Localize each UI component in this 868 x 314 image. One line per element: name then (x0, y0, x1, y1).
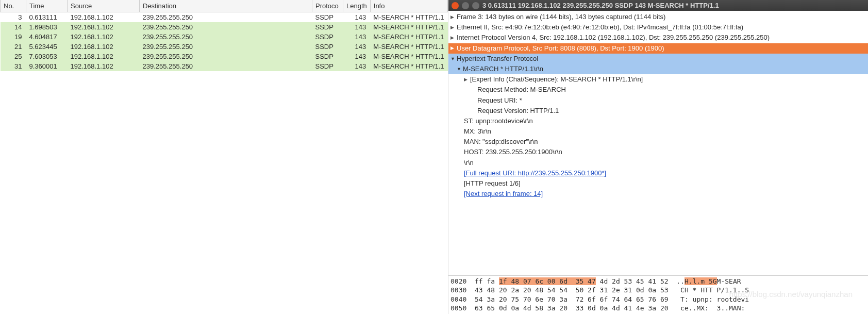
table-cell: 19 (1, 32, 26, 42)
table-cell: 192.168.1.102 (68, 42, 140, 52)
table-row[interactable]: 194.604817192.168.1.102239.255.255.250SS… (1, 32, 448, 42)
tree-crlf[interactable]: \r\n (448, 158, 868, 168)
table-cell: M-SEARCH * HTTP/1.1 (370, 42, 447, 52)
table-cell: 239.255.255.250 (140, 22, 312, 32)
table-cell: 239.255.255.250 (140, 32, 312, 42)
table-cell: 239.255.255.250 (140, 52, 312, 61)
col-header-destination[interactable]: Destination (140, 0, 312, 12)
col-header-source[interactable]: Source (68, 0, 140, 12)
col-header-no[interactable]: No. (1, 0, 26, 12)
table-cell: 7.603053 (26, 52, 68, 61)
tree-frame[interactable]: ▶ Frame 3: 143 bytes on wire (1144 bits)… (448, 12, 868, 22)
hex-row[interactable]: 0030 43 48 20 2a 20 48 54 54 50 2f 31 2e… (450, 286, 749, 294)
table-cell: 31 (1, 61, 26, 71)
tree-req-method[interactable]: Request Method: M-SEARCH (448, 85, 868, 95)
tree-msearch[interactable]: ▼ M-SEARCH * HTTP/1.1\r\n (448, 64, 868, 74)
tree-req-version[interactable]: Request Version: HTTP/1.1 (448, 106, 868, 116)
table-cell: 9.360001 (26, 61, 68, 71)
maximize-icon[interactable] (472, 2, 479, 9)
tree-udp[interactable]: ▶ User Datagram Protocol, Src Port: 8008… (448, 43, 868, 54)
table-cell: 143 (343, 22, 371, 32)
tree-req-count[interactable]: [HTTP request 1/6] (448, 178, 868, 189)
tree-label: \r\n (464, 158, 474, 168)
tree-label: Request Version: HTTP/1.1 (477, 106, 559, 115)
table-cell: M-SEARCH * HTTP/1.1 (370, 22, 447, 32)
hex-row[interactable]: 0050 63 65 0d 0a 4d 58 3a 20 33 0d 0a 4d… (450, 304, 749, 312)
table-cell: 143 (343, 52, 371, 61)
table-cell: 192.168.1.102 (68, 32, 140, 42)
tree-label: Hypertext Transfer Protocol (457, 54, 538, 63)
chevron-down-icon[interactable]: ▼ (457, 66, 462, 73)
table-row[interactable]: 30.613111192.168.1.102239.255.255.250SSD… (1, 12, 448, 23)
tree-label: Request URI: * (477, 96, 522, 105)
table-cell: SSDP (312, 22, 343, 32)
table-cell: 239.255.255.250 (140, 61, 312, 71)
table-row[interactable]: 319.360001192.168.1.102239.255.255.250SS… (1, 61, 448, 71)
tree-mx[interactable]: MX: 3\r\n (448, 126, 868, 137)
table-cell: 239.255.255.250 (140, 42, 312, 52)
tree-full-uri[interactable]: [Full request URI: http://239.255.255.25… (448, 168, 868, 178)
tree-man[interactable]: MAN: "ssdp:discover"\r\n (448, 137, 868, 147)
tree-ethernet[interactable]: ▶ Ethernet II, Src: e4:90:7e:12:0b:eb (e… (448, 22, 868, 32)
table-cell: 21 (1, 42, 26, 52)
tree-label-link[interactable]: [Next request in frame: 14] (464, 189, 543, 199)
table-cell: 4.604817 (26, 32, 68, 42)
col-header-time[interactable]: Time (26, 0, 68, 12)
table-row[interactable]: 215.623445192.168.1.102239.255.255.250SS… (1, 42, 448, 52)
table-cell: M-SEARCH * HTTP/1.1 (370, 61, 447, 71)
hex-row[interactable]: 0020 ff fa 1f 48 07 6c 00 6d 35 47 4d 2d… (450, 277, 741, 285)
minimize-icon[interactable] (462, 2, 469, 9)
tree-label: HOST: 239.255.255.250:1900\r\n (464, 147, 562, 157)
tree-ip[interactable]: ▶ Internet Protocol Version 4, Src: 192.… (448, 32, 868, 43)
table-cell: 25 (1, 52, 26, 61)
tree-host[interactable]: HOST: 239.255.255.250:1900\r\n (448, 147, 868, 157)
tree-label: Request Method: M-SEARCH (477, 85, 566, 94)
tree-http[interactable]: ▼ Hypertext Transfer Protocol (448, 54, 868, 64)
col-header-info[interactable]: Info (370, 0, 447, 12)
chevron-right-icon[interactable]: ▶ (450, 35, 456, 41)
tree-req-uri[interactable]: Request URI: * (448, 95, 868, 106)
table-row[interactable]: 257.603053192.168.1.102239.255.255.250SS… (1, 52, 448, 61)
table-cell: 239.255.255.250 (140, 12, 312, 23)
hex-dump-pane[interactable]: 0020 ff fa 1f 48 07 6c 00 6d 35 47 4d 2d… (448, 275, 868, 314)
detail-title-text: 3 0.613111 192.168.1.102 239.255.255.250… (482, 2, 719, 9)
tree-label: Ethernet II, Src: e4:90:7e:12:0b:eb (e4:… (457, 23, 743, 32)
table-cell: 5.623445 (26, 42, 68, 52)
packet-list-table: No. Time Source Destination Protoco Leng… (0, 0, 448, 71)
table-cell: 1.698503 (26, 22, 68, 32)
tree-label-link[interactable]: [Full request URI: http://239.255.255.25… (464, 169, 606, 178)
hex-highlight-ascii: H.l.m 5G (685, 277, 717, 285)
col-header-length[interactable]: Length (343, 0, 371, 12)
chevron-down-icon[interactable]: ▼ (450, 56, 456, 62)
chevron-right-icon[interactable]: ▶ (450, 24, 456, 31)
col-header-protocol[interactable]: Protoco (312, 0, 343, 12)
table-cell: 143 (343, 12, 371, 23)
tree-expert-info[interactable]: ▶ [Expert Info (Chat/Sequence): M-SEARCH… (448, 74, 868, 85)
table-cell: M-SEARCH * HTTP/1.1 (370, 32, 447, 42)
protocol-tree[interactable]: ▶ Frame 3: 143 bytes on wire (1144 bits)… (448, 11, 868, 275)
table-cell: 143 (343, 32, 371, 42)
chevron-right-icon[interactable]: ▶ (464, 76, 469, 83)
hex-row[interactable]: 0040 54 3a 20 75 70 6e 70 3a 72 6f 6f 74… (450, 295, 749, 303)
table-cell: 192.168.1.102 (68, 61, 140, 71)
packet-detail-pane: 3 0.613111 192.168.1.102 239.255.255.250… (448, 0, 868, 314)
table-cell: 143 (343, 42, 371, 52)
chevron-right-icon[interactable]: ▶ (450, 45, 456, 52)
tree-next-req[interactable]: [Next request in frame: 14] (448, 189, 868, 199)
tree-st[interactable]: ST: upnp:rootdevice\r\n (448, 116, 868, 126)
close-icon[interactable] (452, 2, 459, 9)
tree-label: M-SEARCH * HTTP/1.1\r\n (463, 64, 543, 74)
hex-highlight: 1f 48 07 6c 00 6d 35 47 (499, 277, 596, 285)
table-cell: M-SEARCH * HTTP/1.1 (370, 12, 447, 23)
tree-label: Frame 3: 143 bytes on wire (1144 bits), … (457, 12, 665, 22)
tree-label: MAN: "ssdp:discover"\r\n (464, 137, 538, 146)
table-row[interactable]: 141.698503192.168.1.102239.255.255.250SS… (1, 22, 448, 32)
table-cell: SSDP (312, 42, 343, 52)
table-cell: 192.168.1.102 (68, 12, 140, 23)
table-cell: M-SEARCH * HTTP/1.1 (370, 52, 447, 61)
table-cell: SSDP (312, 32, 343, 42)
detail-title-bar: 3 0.613111 192.168.1.102 239.255.255.250… (448, 0, 868, 11)
chevron-right-icon[interactable]: ▶ (450, 14, 456, 21)
table-cell: SSDP (312, 61, 343, 71)
tree-label: MX: 3\r\n (464, 127, 491, 136)
